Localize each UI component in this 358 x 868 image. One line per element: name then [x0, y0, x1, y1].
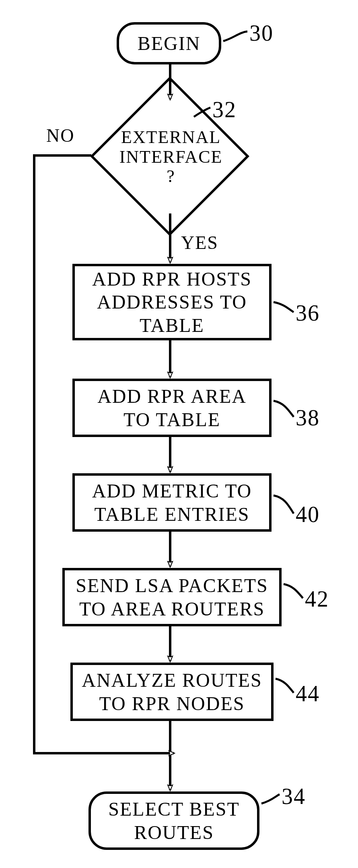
step36-line2: ADDRESSES TO: [97, 290, 247, 314]
begin-node: BEGIN: [117, 22, 221, 64]
decision-line1: EXTERNAL: [121, 128, 221, 147]
step44-line2: TO RPR NODES: [99, 692, 245, 715]
end-line2: ROUTES: [134, 821, 214, 844]
begin-text: BEGIN: [138, 32, 201, 55]
step-add-hosts: ADD RPR HOSTS ADDRESSES TO TABLE: [72, 264, 272, 340]
step38-line1: ADD RPR AREA: [97, 385, 247, 408]
ref-40: 40: [296, 501, 320, 527]
decision-line3: ?: [167, 167, 175, 186]
ref-30: 30: [249, 20, 274, 46]
step-send-lsa: SEND LSA PACKETS TO AREA ROUTERS: [62, 568, 282, 626]
step-add-area: ADD RPR AREA TO TABLE: [72, 379, 272, 437]
ref-42: 42: [305, 586, 329, 612]
end-line1: SELECT BEST: [108, 798, 239, 821]
ref-38: 38: [296, 405, 320, 431]
step36-line1: ADD RPR HOSTS: [92, 267, 252, 291]
flowchart-canvas: BEGIN EXTERNAL INTERFACE ? NO YES ADD RP…: [0, 0, 358, 868]
no-label: NO: [46, 125, 74, 146]
step42-line2: TO AREA ROUTERS: [79, 597, 265, 621]
step40-line2: TABLE ENTRIES: [94, 503, 249, 526]
yes-label: YES: [181, 232, 218, 253]
step44-line1: ANALYZE ROUTES: [82, 669, 262, 692]
step40-line1: ADD METRIC TO: [92, 479, 252, 503]
step-add-metric: ADD METRIC TO TABLE ENTRIES: [72, 473, 272, 532]
ref-36: 36: [296, 300, 320, 326]
step38-line2: TO TABLE: [123, 408, 220, 431]
step42-line1: SEND LSA PACKETS: [76, 574, 268, 597]
step36-line3: TABLE: [140, 314, 204, 337]
ref-32: 32: [212, 97, 237, 122]
decision-line2: INTERFACE: [119, 147, 223, 167]
end-node: SELECT BEST ROUTES: [88, 791, 259, 850]
decision-text: EXTERNAL INTERFACE ?: [111, 121, 231, 193]
step-analyze-routes: ANALYZE ROUTES TO RPR NODES: [70, 663, 274, 721]
ref-44: 44: [296, 681, 320, 706]
ref-34: 34: [282, 783, 306, 809]
